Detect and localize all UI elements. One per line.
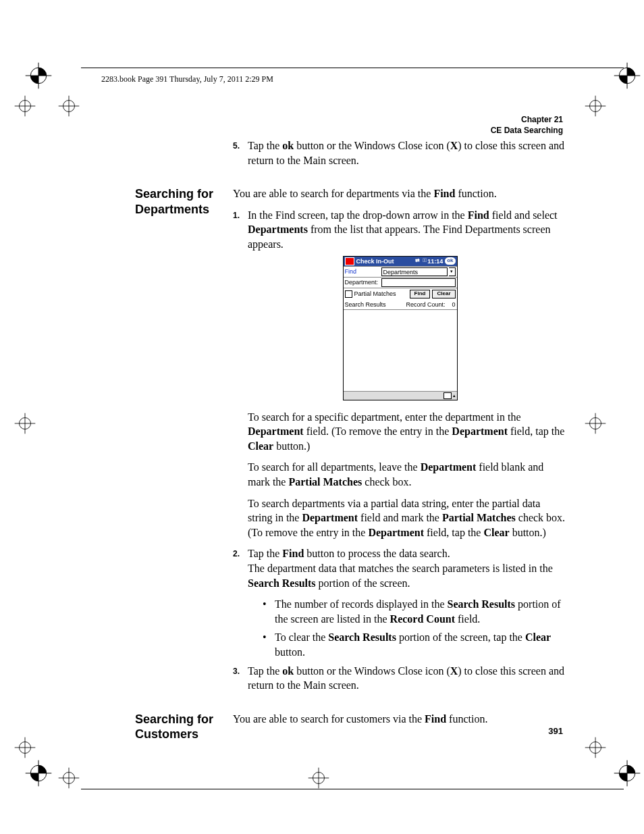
search-results-area — [344, 309, 457, 391]
clear-button[interactable]: Clear — [432, 290, 455, 298]
crosshair-icon — [307, 766, 330, 789]
page-content: 5.Tap the ok button or the Windows Close… — [135, 138, 567, 745]
find-dropdown[interactable]: Departments — [381, 267, 448, 276]
partial-matches-label: Partial Matches — [354, 290, 396, 298]
department-label: Department: — [345, 278, 380, 286]
section-intro: You are able to search for departments v… — [233, 186, 567, 201]
step-number: 1. — [233, 208, 248, 252]
windows-flag-icon — [345, 257, 354, 265]
partial-matches-checkbox[interactable] — [345, 290, 352, 298]
print-mark-icon — [616, 762, 639, 785]
find-label: Find — [345, 267, 380, 276]
find-button[interactable]: Find — [410, 290, 431, 298]
crosshair-icon — [584, 412, 607, 435]
ok-button[interactable]: ok — [445, 257, 455, 265]
keyboard-icon[interactable] — [444, 392, 452, 399]
step-number: 2. — [233, 546, 248, 561]
chapter-number: Chapter 21 — [491, 115, 563, 126]
device-screenshot: Check In-Out ⇄ ◀ͤ 11:14 ok Find Departme… — [343, 256, 458, 400]
status-icons: ⇄ ◀ͤ — [415, 257, 427, 265]
bullet-item: The number of records displayed in the S… — [263, 597, 567, 626]
step-number: 5. — [233, 138, 248, 167]
step-number: 3. — [233, 664, 248, 693]
print-mark-icon — [27, 762, 50, 785]
crosshair-icon — [14, 95, 36, 118]
record-count-value: 0 — [452, 301, 455, 309]
crosshair-icon — [14, 412, 36, 435]
print-mark-icon — [27, 64, 50, 87]
step-text: Tap the Find button to process the data … — [248, 546, 564, 561]
crosshair-icon — [57, 95, 80, 118]
device-time: 11:14 — [427, 257, 443, 265]
chapter-heading: Chapter 21 CE Data Searching — [491, 115, 563, 136]
section-heading-customers: Searching for Customers — [135, 712, 233, 742]
chevron-up-icon[interactable]: ▴ — [453, 392, 456, 398]
step-text: In the Find screen, tap the drop-down ar… — [248, 208, 564, 252]
print-page: 2283.book Page 391 Thursday, July 7, 201… — [0, 0, 644, 834]
crosshair-icon — [584, 736, 607, 759]
department-input[interactable] — [381, 278, 456, 287]
page-number: 391 — [548, 726, 563, 736]
step-text: Tap the ok button or the Windows Close i… — [248, 138, 564, 167]
section-intro: You are able to search for customers via… — [233, 712, 567, 727]
chevron-down-icon[interactable]: ▾ — [449, 267, 456, 276]
device-title: Check In-Out — [356, 257, 394, 265]
crosshair-icon — [584, 95, 607, 118]
body-text: To search for all departments, leave the… — [248, 460, 567, 489]
chapter-title: CE Data Searching — [491, 126, 563, 136]
record-count-label: Record Count: — [406, 301, 445, 309]
crosshair-icon — [57, 766, 80, 789]
bullet-item: To clear the Search Results portion of t… — [263, 630, 567, 659]
crop-line — [81, 68, 624, 68]
page-header-ref: 2283.book Page 391 Thursday, July 7, 201… — [101, 74, 273, 84]
search-results-label: Search Results — [345, 301, 386, 309]
body-text: The department data that matches the sea… — [248, 561, 567, 590]
crosshair-icon — [14, 736, 36, 759]
step-text: Tap the ok button or the Windows Close i… — [248, 664, 564, 693]
crop-line — [81, 789, 624, 789]
section-heading-departments: Searching for Departments — [135, 186, 233, 217]
body-text: To search for a specific department, ent… — [248, 410, 567, 454]
body-text: To search departments via a partial data… — [248, 496, 567, 540]
